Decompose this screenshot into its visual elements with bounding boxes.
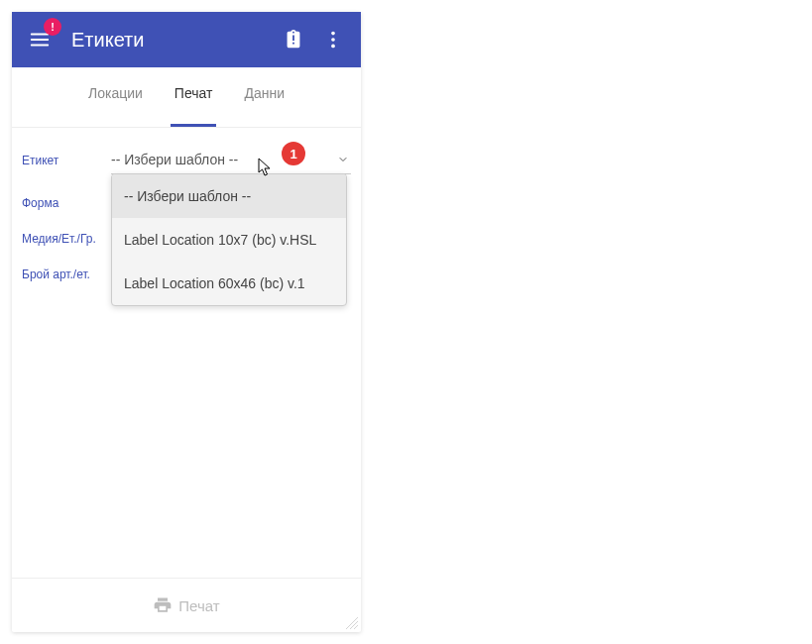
field-label-media: Медия/Ет./Гр.: [22, 232, 111, 246]
template-select-value: -- Избери шаблон --: [111, 152, 335, 167]
tab-locations[interactable]: Локации: [84, 79, 147, 127]
footer-bar: Печат: [12, 578, 361, 632]
menu-button[interactable]: !: [20, 20, 59, 59]
template-option-1[interactable]: Label Location 10x7 (bc) v.HSL: [112, 218, 346, 262]
appbar: ! Етикети: [12, 12, 361, 67]
field-label-form: Форма: [22, 196, 111, 210]
field-label-etiket: Етикет: [22, 154, 111, 167]
more-button[interactable]: [313, 20, 353, 59]
tab-data[interactable]: Данни: [240, 79, 289, 127]
template-select[interactable]: -- Избери шаблон --: [111, 146, 351, 174]
template-option-placeholder[interactable]: -- Избери шаблон --: [112, 174, 346, 218]
clipboard-alert-icon: [283, 29, 304, 51]
svg-point-1: [331, 38, 335, 42]
resize-handle-icon[interactable]: [345, 616, 359, 630]
menu-badge: !: [44, 18, 61, 36]
print-icon: [153, 595, 173, 615]
app-frame: ! Етикети Локации Печат Данни Етикет -- …: [12, 12, 361, 632]
chevron-down-icon: [335, 152, 351, 167]
svg-point-0: [331, 32, 335, 36]
field-label-count: Брой арт./ет.: [22, 268, 111, 281]
template-dropdown: -- Избери шаблон -- Label Location 10x7 …: [111, 173, 347, 306]
page-title: Етикети: [71, 29, 274, 52]
tabs: Локации Печат Данни: [12, 67, 361, 128]
more-vert-icon: [322, 29, 344, 51]
clipboard-button[interactable]: [274, 20, 313, 59]
content-area: Етикет -- Избери шаблон -- Форма Медия/Е…: [12, 128, 361, 578]
svg-point-2: [331, 45, 335, 49]
print-button-label[interactable]: Печат: [178, 597, 219, 614]
template-option-2[interactable]: Label Location 60x46 (bc) v.1: [112, 262, 346, 305]
tab-print[interactable]: Печат: [171, 79, 217, 127]
row-label-template: Етикет -- Избери шаблон --: [22, 146, 351, 174]
